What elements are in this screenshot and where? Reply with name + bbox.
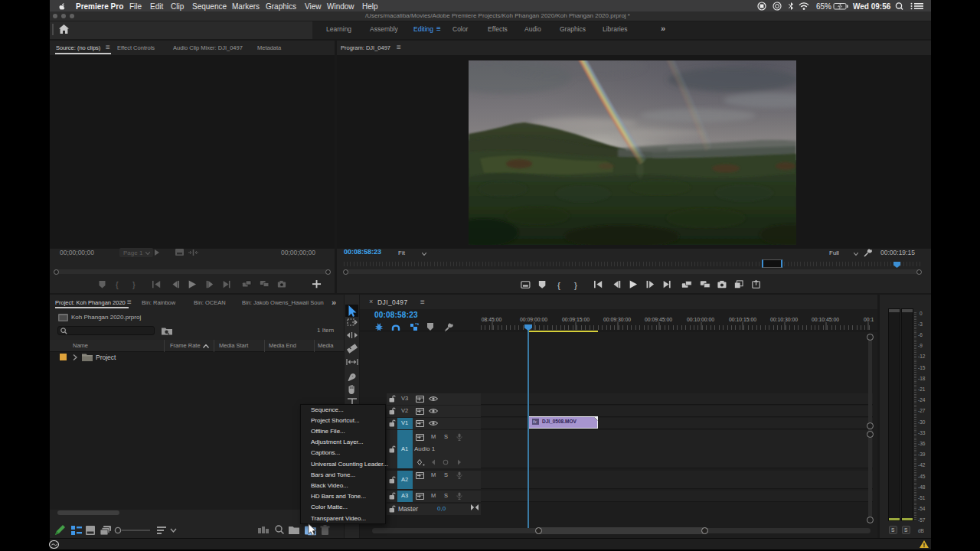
svg-text:{: { (116, 280, 119, 289)
svg-text:Wed 09:56: Wed 09:56 (853, 2, 891, 11)
svg-text:{: { (557, 281, 560, 290)
svg-text:}: } (132, 280, 136, 289)
svg-text:65%: 65% (816, 2, 831, 11)
svg-text:}: } (574, 281, 577, 290)
